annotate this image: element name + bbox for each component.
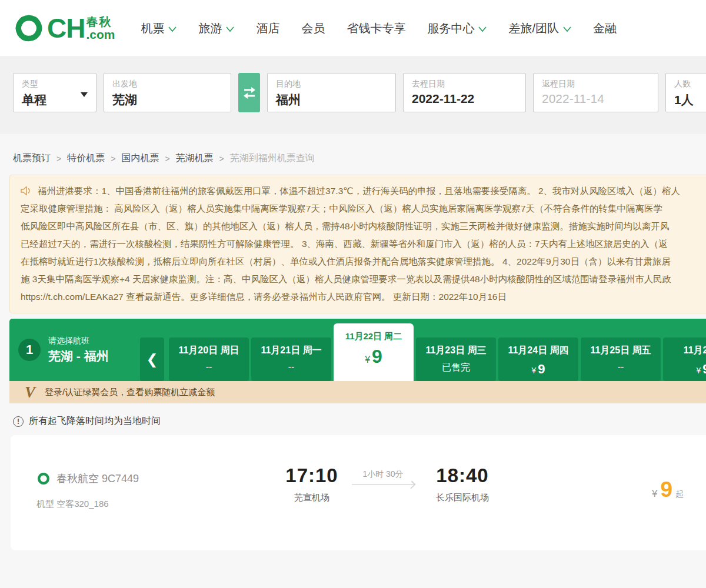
- breadcrumb-current: 芜湖到福州机票查询: [230, 152, 315, 165]
- main-nav: 机票旅游酒店会员省钱卡专享服务中心差旅/团队金融: [141, 21, 617, 36]
- breadcrumb-link[interactable]: 机票预订: [13, 152, 51, 165]
- chevron-down-icon: [563, 26, 571, 32]
- depart-date-label: 去程日期: [412, 79, 517, 89]
- date-tab-6[interactable]: 11月25日 周五--: [581, 338, 661, 381]
- swap-cities-button[interactable]: [238, 73, 260, 112]
- breadcrumb-separator: >: [165, 154, 169, 163]
- passengers-value: 1人: [674, 92, 706, 108]
- nav-item-4[interactable]: 会员: [301, 21, 325, 36]
- breadcrumb-separator: >: [111, 154, 115, 163]
- return-date-label: 返程日期: [542, 79, 650, 89]
- date-tab-label: 11月25日 周五: [581, 345, 661, 357]
- breadcrumb-link[interactable]: 特价机票: [67, 152, 105, 165]
- nav-item-label: 会员: [301, 21, 325, 36]
- departure-airport: 芜宣机场: [271, 492, 353, 503]
- nav-item-2[interactable]: 旅游: [198, 21, 234, 36]
- breadcrumb-link[interactable]: 国内机票: [121, 152, 159, 165]
- airline-and-flight-number: 春秋航空 9C7449: [56, 472, 139, 486]
- top-bar: CH 春秋 .com 机票旅游酒店会员省钱卡专享服务中心差旅/团队金融: [0, 0, 706, 57]
- return-date-value: 2022-11-14: [542, 92, 650, 106]
- trip-type-label: 类型: [22, 79, 88, 89]
- date-tab-label: 11月23日 周三: [416, 345, 496, 357]
- chevron-down-icon: [226, 26, 234, 32]
- nav-item-label: 酒店: [256, 21, 279, 36]
- info-icon: !: [13, 416, 24, 427]
- logo-cn-text: 春秋: [86, 16, 115, 28]
- date-tab-price: ¥9: [498, 362, 578, 377]
- nav-item-6[interactable]: 服务中心: [427, 21, 487, 36]
- date-tab-2[interactable]: 11月21日 周一--: [251, 338, 331, 381]
- date-tab-label: 11月24日 周四: [498, 345, 578, 357]
- breadcrumb-link[interactable]: 芜湖机票: [176, 152, 214, 165]
- destination-value: 福州: [276, 92, 387, 108]
- passengers-label: 人数: [674, 79, 706, 89]
- date-tab-label: 11月21日 周一: [251, 345, 331, 357]
- nav-item-5[interactable]: 省钱卡专享: [347, 21, 405, 36]
- origin-value: 芜湖: [112, 92, 222, 108]
- nav-item-1[interactable]: 机票: [141, 21, 176, 36]
- destination-label: 目的地: [276, 79, 387, 89]
- date-tab-status: --: [581, 362, 661, 372]
- caret-down-icon: [81, 92, 88, 97]
- notice-line-1: 福州进港要求：1、中国香港前往福州的旅客佩戴医用口罩，体温不超过37.3℃，进行…: [21, 182, 706, 200]
- breadcrumb-separator: >: [219, 154, 224, 163]
- aircraft-type: 机型 空客320_186: [36, 499, 109, 510]
- trip-type-value: 单程: [22, 92, 88, 108]
- notice-line-4: 已经超过7天的，需进行一次核酸检测，结果阴性方可解除健康管理。 3、海南、西藏、…: [21, 235, 706, 253]
- arrival-notice-box: 福州进港要求：1、中国香港前往福州的旅客佩戴医用口罩，体温不超过37.3℃，进行…: [9, 175, 706, 313]
- origin-label: 出发地: [112, 79, 222, 89]
- flight-date-selector: 1 请选择航班 芜湖 - 福州 ❮ 11月20日 周日--11月21日 周一--…: [9, 319, 706, 381]
- date-tab-label: 11月26日: [663, 345, 706, 357]
- arrival-airport: 长乐国际机场: [415, 492, 509, 503]
- notice-line-6: 施 3天集中隔离医学观察+4 天居家健康监测。注：高、中风险区入（返）榕人员健康…: [21, 270, 706, 288]
- duration-arrow-line: [352, 484, 414, 485]
- nav-item-label: 金融: [593, 21, 617, 36]
- return-date-input[interactable]: 返程日期 2022-11-14: [533, 73, 658, 112]
- nav-item-label: 服务中心: [427, 21, 474, 36]
- search-band: 类型 单程 出发地 芜湖 目的地 福州 去程日期 2022-11-22: [0, 57, 706, 134]
- date-tab-1[interactable]: 11月20日 周日--: [169, 338, 249, 381]
- nav-item-label: 省钱卡专享: [347, 21, 405, 36]
- notice-line-2: 定采取健康管理措施： 高风险区入（返）榕人员实施集中隔离医学观察7天；中风险区入…: [21, 200, 706, 218]
- arrival-time: 18:40: [415, 465, 509, 487]
- date-tab-status: --: [169, 362, 249, 372]
- flight-result-card[interactable]: 春秋航空 9C7449 机型 空客320_186 17:10 芜宣机场 1小时 …: [11, 435, 706, 550]
- nav-item-label: 旅游: [198, 21, 222, 36]
- member-promo-bar[interactable]: V 登录/认证绿翼会员，查看购票随机立减金额: [9, 381, 706, 403]
- price-tag: ¥ 9 起: [652, 477, 684, 502]
- date-tab-4[interactable]: 11月23日 周三已售完: [416, 338, 496, 381]
- date-tab-label: 11月20日 周日: [169, 345, 249, 357]
- local-time-note: ! 所有起飞降落时间均为当地时间: [13, 415, 706, 427]
- spring-airlines-logo[interactable]: CH 春秋 .com: [13, 12, 115, 44]
- date-tab-3-selected[interactable]: 11月22日 周二¥9: [334, 323, 414, 381]
- price-value: 9: [660, 477, 672, 502]
- date-tabs: ❮ 11月20日 周日--11月21日 周一--11月22日 周二¥911月23…: [140, 319, 706, 381]
- nav-item-label: 差旅/团队: [508, 21, 559, 36]
- origin-input[interactable]: 出发地 芜湖: [104, 73, 231, 112]
- speaker-icon: [21, 186, 32, 196]
- date-tab-status: 已售完: [416, 362, 496, 374]
- currency-symbol: ¥: [652, 488, 657, 500]
- notice-line-7: https://t.ch.com/LEAKa27 查看最新通告。更多详细信息，请…: [21, 288, 706, 306]
- logo-ch-text: CH: [47, 12, 85, 44]
- price-suffix: 起: [675, 489, 684, 500]
- local-time-note-text: 所有起飞降落时间均为当地时间: [29, 415, 161, 427]
- destination-input[interactable]: 目的地 福州: [267, 73, 396, 112]
- nav-item-8[interactable]: 金融: [593, 21, 617, 36]
- nav-item-3[interactable]: 酒店: [256, 21, 279, 36]
- prev-dates-button[interactable]: ❮: [140, 338, 164, 381]
- logo-com-text: .com: [86, 28, 115, 41]
- nav-item-label: 机票: [141, 21, 164, 36]
- date-tab-7[interactable]: 11月26日¥9: [663, 338, 706, 381]
- nav-item-7[interactable]: 差旅/团队: [508, 21, 571, 36]
- depart-date-input[interactable]: 去程日期 2022-11-22: [403, 73, 526, 112]
- date-tab-label: 11月22日 周二: [334, 331, 414, 342]
- chevron-down-icon: [168, 26, 176, 32]
- date-tab-5[interactable]: 11月24日 周四¥9: [498, 338, 578, 381]
- selector-header: 1 请选择航班 芜湖 - 福州: [9, 319, 140, 381]
- flight-duration: 1小时 30分: [352, 469, 414, 485]
- passengers-select[interactable]: 人数 1人: [665, 73, 706, 112]
- member-promo-text: 登录/认证绿翼会员，查看购票随机立减金额: [45, 387, 215, 398]
- breadcrumb: 机票预订>特价机票>国内机票>芜湖机票>芜湖到福州机票查询: [13, 152, 706, 165]
- trip-type-select[interactable]: 类型 单程: [13, 73, 96, 112]
